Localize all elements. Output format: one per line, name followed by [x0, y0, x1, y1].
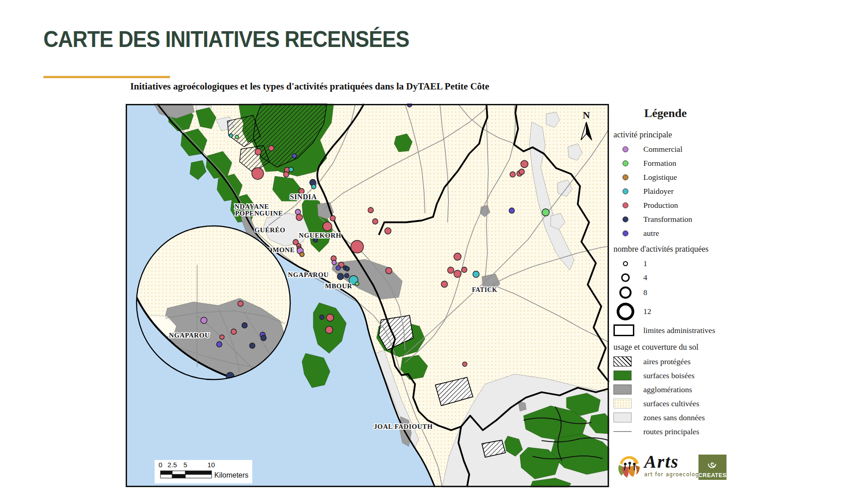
- legend-item-label: Transformation: [643, 215, 692, 224]
- legend-item: limites administratives: [613, 324, 749, 336]
- scale-tick-label: 2.5: [168, 461, 177, 469]
- scale-unit-label: Kilometers: [214, 471, 249, 479]
- legend-item-label: Plaidoyer: [643, 187, 674, 196]
- legend-swatch-dot: [623, 146, 628, 152]
- legend-item-label: 8: [643, 288, 647, 297]
- initiative-point-production: [462, 362, 467, 366]
- initiative-point-production: [296, 214, 302, 221]
- legend-swatch-nodata: [613, 413, 632, 422]
- initiative-point-production: [454, 270, 461, 277]
- legend-item-label: Formation: [643, 159, 676, 168]
- initiative-point-production: [252, 168, 264, 179]
- initiative-point-production: [386, 267, 392, 274]
- initiative-point-transformation: [250, 343, 255, 348]
- initiative-point-production: [255, 149, 261, 155]
- legend-item-label: zones sans données: [643, 413, 705, 422]
- scale-bar-segment: [185, 471, 212, 474]
- legend-item-label: aires protégées: [643, 357, 690, 366]
- initiative-point-commercial: [201, 317, 207, 324]
- creates-logo: CREATES: [698, 455, 726, 480]
- arts-logo-word: Arts: [644, 453, 703, 470]
- legend-swatch-dot: [623, 160, 628, 166]
- scale-bar-segment: [172, 474, 185, 478]
- scale-bar-segment: [185, 474, 212, 478]
- page-title: CARTE DES INITIATIVES RECENSÉES: [43, 26, 409, 52]
- legend-item-label: Commercial: [643, 145, 683, 154]
- initiative-point-production: [510, 172, 515, 177]
- legend-item: agglomérations: [613, 385, 749, 394]
- scale-bar: 02.5510Kilometers: [155, 460, 252, 483]
- legend-swatch-dot: [623, 230, 628, 236]
- scale-bar-segment: [160, 471, 172, 474]
- creates-spiral-icon: [706, 457, 719, 471]
- initiative-point-commercial: [332, 260, 336, 265]
- place-label: NGAPAROU: [288, 271, 329, 278]
- initiative-point-production: [519, 169, 524, 174]
- initiative-point-formation: [235, 135, 239, 139]
- creates-logo-label: CREATES: [698, 472, 726, 479]
- initiative-point-transformation: [261, 335, 266, 341]
- initiative-point-production: [448, 267, 454, 273]
- legend-swatch-dot: [623, 202, 628, 208]
- legend-item: Plaidoyer: [613, 186, 749, 196]
- initiative-point-production: [231, 329, 236, 334]
- legend-item-label: limites administratives: [643, 326, 715, 335]
- scale-bar-segment: [160, 474, 172, 478]
- legend-item-label: Production: [643, 201, 678, 210]
- legend-item: 1: [613, 258, 749, 268]
- legend-item: surfaces boisées: [613, 371, 749, 380]
- initiative-point-production: [323, 222, 332, 231]
- north-label: N: [583, 109, 590, 121]
- legend-swatch-dot: [623, 216, 628, 222]
- legend-swatch-dot: [623, 188, 628, 194]
- initiative-point-production: [220, 335, 224, 339]
- initiative-point-production: [462, 267, 467, 272]
- place-label: MBOUR: [325, 282, 353, 290]
- initiative-point-transformation: [320, 315, 324, 319]
- initiative-point-logistique: [300, 252, 304, 257]
- legend-item: 8: [613, 286, 749, 299]
- initiative-point-autre: [336, 266, 340, 270]
- legend-item-label: 12: [643, 307, 651, 316]
- initiative-point-production: [368, 207, 373, 213]
- initiative-point-production: [283, 172, 289, 177]
- legend-item: 4: [613, 272, 749, 282]
- place-label: GUÉRÉO: [255, 226, 286, 234]
- initiative-point-commercial: [295, 209, 301, 215]
- map-svg: SINDIANDAYANEPOPENGUINEGUÉRÉONGUEKORHSOM…: [126, 103, 609, 488]
- legend-item-label: autre: [643, 229, 659, 238]
- initiative-point-production: [269, 145, 274, 151]
- initiative-point-production: [454, 253, 461, 260]
- legend-section: limites administratives: [613, 324, 749, 336]
- legend-section-heading: nombre d'activités pratiquées: [613, 244, 749, 254]
- place-label: NGUEKORH: [299, 232, 341, 239]
- initiative-point-transformation: [242, 323, 247, 328]
- legend-swatch-admin: [613, 324, 634, 336]
- legend-item: aires protégées: [613, 357, 749, 366]
- legend-item: Transformation: [613, 214, 749, 224]
- arts-logo: Arts art for agroecology: [616, 453, 703, 480]
- arts-logo-icon: [616, 453, 642, 480]
- map-canvas: SINDIANDAYANEPOPENGUINEGUÉRÉONGUEKORHSOM…: [126, 103, 609, 488]
- legend-swatch-fill: [613, 371, 632, 380]
- initiative-point-plaidoyer: [311, 184, 316, 189]
- scale-tick-label: 10: [208, 461, 215, 469]
- initiative-point-production: [351, 240, 363, 253]
- legend-item-label: agglomérations: [643, 385, 692, 394]
- legend-section-heading: activité principale: [613, 130, 749, 140]
- legend-item: zones sans données: [613, 413, 749, 422]
- place-label: JOAL FADIOUTH: [374, 423, 433, 430]
- legend-item: Commercial: [613, 144, 749, 154]
- scale-tick-label: 5: [184, 461, 187, 469]
- initiative-point-production: [326, 314, 334, 321]
- legend-item-label: surfaces boisées: [643, 371, 694, 380]
- legend-item: Formation: [613, 158, 749, 168]
- legend-item: autre: [613, 228, 749, 238]
- initiative-point-production: [441, 281, 448, 287]
- place-label: POPENGUINE: [235, 210, 283, 217]
- legend-item-label: 4: [643, 273, 647, 282]
- initiative-point-production: [385, 228, 391, 234]
- initiative-point-production: [373, 219, 378, 224]
- legend-item-label: 1: [643, 259, 647, 268]
- place-label: SINDIA: [290, 193, 317, 201]
